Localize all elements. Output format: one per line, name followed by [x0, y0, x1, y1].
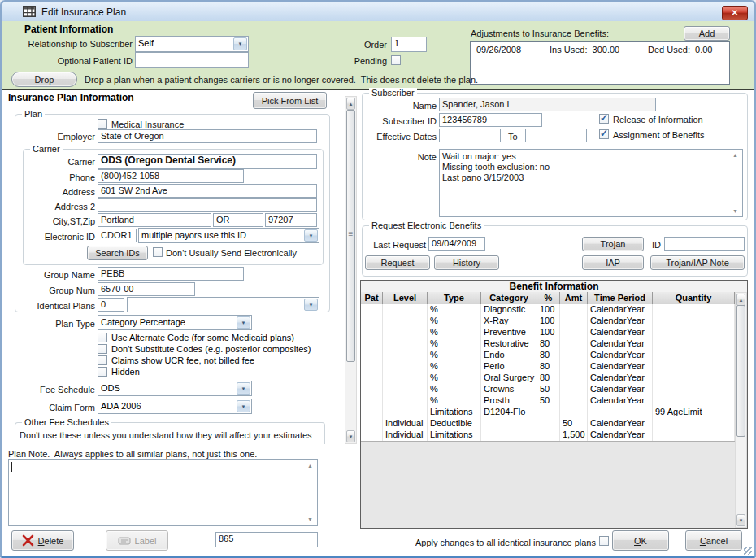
scroll-up-icon[interactable]: ▲: [346, 98, 355, 110]
electronic-id-field[interactable]: CDOR1: [98, 229, 137, 242]
medical-insurance-checkbox[interactable]: [98, 119, 107, 129]
benefit-cell: CalendarYear: [588, 338, 653, 350]
plan-id-field[interactable]: 865: [215, 532, 318, 547]
benefit-column-header[interactable]: Quantity: [653, 292, 735, 304]
state-field[interactable]: OR: [213, 213, 263, 227]
fee-schedule-dropdown[interactable]: ODS▼: [98, 381, 252, 396]
search-ids-button[interactable]: Search IDs: [87, 246, 148, 260]
identical-plans-field[interactable]: 0: [98, 298, 124, 312]
release-of-information-checkbox[interactable]: [599, 114, 609, 124]
benefit-cell: Limitations: [428, 407, 481, 418]
benefit-row[interactable]: IndividualLimitations1,500CalendarYear: [361, 429, 735, 442]
plan-option-checkbox[interactable]: [98, 344, 107, 354]
benefit-cell: [361, 429, 383, 441]
benefit-row[interactable]: %Prosth50CalendarYear: [361, 395, 735, 408]
group-name-field[interactable]: PEBB: [98, 267, 244, 281]
benefit-column-header[interactable]: Level: [383, 292, 428, 304]
trojan-iap-note-button[interactable]: Trojan/IAP Note: [650, 255, 745, 270]
effective-from-field[interactable]: [439, 129, 501, 142]
benefit-column-header[interactable]: Category: [481, 292, 537, 304]
adjustments-listbox[interactable]: 09/26/2008 Ins Used: 300.00 Ded Used: 0.…: [470, 41, 730, 85]
subscriber-id-field[interactable]: 123456789: [439, 113, 542, 127]
effective-to-field[interactable]: [525, 129, 587, 142]
ok-button[interactable]: OK: [612, 530, 669, 551]
scroll-down-icon[interactable]: ▼: [736, 514, 745, 526]
subscriber-note-label: Note: [362, 152, 437, 162]
request-button[interactable]: Request: [365, 255, 430, 270]
group-num-field[interactable]: 6570-00: [98, 282, 195, 296]
plan-scrollbar[interactable]: ▲ ▼: [345, 96, 357, 444]
add-adjustment-button[interactable]: Add: [684, 26, 730, 41]
apply-changes-checkbox[interactable]: [599, 536, 609, 546]
order-field[interactable]: 1: [391, 37, 427, 52]
scroll-down-icon[interactable]: ▼: [346, 430, 355, 442]
plan-type-value: Category Percentage: [101, 317, 237, 327]
benefit-row[interactable]: %Oral Surgery80CalendarYear: [361, 373, 735, 385]
last-request-field[interactable]: 09/04/2009: [428, 237, 485, 251]
trojan-button[interactable]: Trojan: [582, 237, 644, 251]
scroll-up-icon[interactable]: ▲: [307, 463, 313, 469]
scroll-thumb[interactable]: [736, 305, 745, 437]
employer-field[interactable]: State of Oregon: [98, 129, 317, 143]
title-bar[interactable]: Edit Insurance Plan ✕: [2, 2, 754, 22]
plan-option-checkbox[interactable]: [98, 333, 107, 342]
benefit-cell: Individual: [383, 418, 428, 429]
address-label: Address: [16, 187, 95, 197]
trojan-id-field[interactable]: [664, 237, 745, 251]
benefit-column-header[interactable]: Amt: [560, 292, 588, 304]
trojan-id-label: ID: [652, 240, 661, 250]
plan-type-dropdown[interactable]: Category Percentage▼: [98, 315, 252, 330]
scroll-down-icon[interactable]: ▼: [732, 208, 738, 214]
benefit-row[interactable]: IndividualDeductible50CalendarYear: [361, 418, 735, 430]
subscriber-note-textarea[interactable]: Wait on major: yes Missing tooth exclusi…: [439, 149, 743, 217]
benefit-column-header[interactable]: Type: [428, 292, 481, 304]
benefit-row[interactable]: %Perio80CalendarYear: [361, 361, 735, 373]
carrier-field[interactable]: ODS (Oregon Dental Service): [98, 154, 317, 169]
benefit-table-scrollbar[interactable]: ▲ ▼: [735, 292, 747, 528]
phone-field[interactable]: (800)452-1058: [98, 169, 244, 183]
scroll-up-icon[interactable]: ▲: [736, 294, 745, 306]
scroll-thumb[interactable]: [346, 110, 355, 362]
benefit-row[interactable]: %Restorative80CalendarYear: [361, 338, 735, 351]
benefit-table-title: Benefit Information: [361, 281, 747, 293]
benefit-row[interactable]: %Diagnostic100CalendarYear: [361, 304, 735, 316]
pending-checkbox[interactable]: [391, 55, 401, 65]
cancel-button[interactable]: Cancel: [685, 530, 742, 551]
drop-button[interactable]: Drop: [11, 72, 77, 87]
label-button[interactable]: Label: [106, 530, 168, 551]
benefit-column-header[interactable]: Time Period: [588, 292, 653, 304]
iap-button[interactable]: IAP: [582, 255, 644, 270]
benefit-row[interactable]: %Crowns50CalendarYear: [361, 384, 735, 396]
relationship-dropdown[interactable]: Self▼: [135, 36, 249, 52]
plan-option-checkbox[interactable]: [98, 355, 107, 365]
delete-button[interactable]: Delete: [11, 530, 74, 551]
pick-from-list-button[interactable]: Pick From List: [253, 92, 327, 109]
benefit-row[interactable]: %Endo80CalendarYear: [361, 350, 735, 362]
benefit-column-header[interactable]: Pat: [361, 292, 383, 304]
dont-send-checkbox[interactable]: [153, 247, 163, 257]
identical-plans-dropdown[interactable]: ▼: [127, 297, 319, 312]
address2-field[interactable]: [98, 198, 317, 212]
payor-dropdown[interactable]: multiple payors use this ID▼: [138, 228, 319, 243]
benefit-row[interactable]: %X-Ray100CalendarYear: [361, 316, 735, 328]
city-field[interactable]: Portland: [98, 213, 211, 227]
dont-send-label: Don't Usually Send Electronically: [166, 248, 297, 258]
fee-schedule-value: ODS: [101, 383, 237, 393]
zip-field[interactable]: 97207: [265, 213, 317, 227]
scroll-up-icon[interactable]: ▲: [732, 152, 738, 158]
history-button[interactable]: History: [434, 255, 499, 270]
benefit-column-header[interactable]: %: [537, 292, 560, 304]
address-field[interactable]: 601 SW 2nd Ave: [98, 184, 317, 198]
assignment-of-benefits-checkbox[interactable]: [599, 129, 609, 139]
benefit-cell: %: [428, 338, 481, 350]
optional-patient-id-field[interactable]: [135, 52, 249, 68]
benefit-row[interactable]: %Preventive100CalendarYear: [361, 327, 735, 339]
close-button[interactable]: ✕: [722, 6, 748, 20]
scroll-down-icon[interactable]: ▼: [307, 517, 313, 522]
plan-option-checkbox[interactable]: [98, 367, 107, 377]
adjustment-date: 09/26/2008: [476, 45, 521, 54]
claim-form-dropdown[interactable]: ADA 2006▼: [98, 399, 252, 414]
benefit-row[interactable]: LimitationsD1204-Flo99 AgeLimit: [361, 407, 735, 419]
resize-grip[interactable]: [744, 547, 752, 555]
plan-note-textarea[interactable]: [8, 459, 318, 526]
